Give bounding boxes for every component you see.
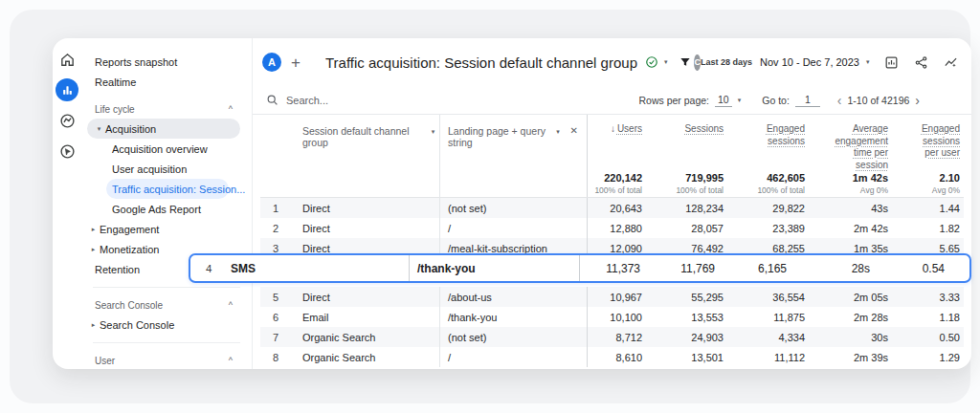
cell-engaged-sessions-per-user: 1.29 xyxy=(892,347,966,367)
table-row[interactable]: 1Direct(not set)20,643128,23429,82243s1.… xyxy=(260,198,964,218)
customize-report-icon[interactable] xyxy=(884,55,899,70)
sidebar-item-engagement[interactable]: ▸ Engagement xyxy=(81,219,252,239)
ga4-screenshot: Reports snapshot Realtime Life cycle ^ ▾… xyxy=(0,0,980,413)
rows-per-page-select[interactable]: 10 xyxy=(715,94,732,107)
collapse-icon[interactable]: ^ xyxy=(229,104,233,114)
icon-rail xyxy=(53,38,81,369)
cell-row-number: 8 xyxy=(260,347,291,367)
sidebar-item-label: Acquisition overview xyxy=(112,143,208,155)
caret-down-icon[interactable]: ▾ xyxy=(738,97,742,104)
dimension-label: Landing page + query string xyxy=(448,125,546,148)
metric-label: Average engagement time per session xyxy=(835,123,888,170)
highlighted-table-row[interactable]: 4 SMS /thank-you 11,373 11,769 6,165 28s… xyxy=(189,253,971,283)
totals-spacer xyxy=(439,169,588,197)
explore-icon[interactable] xyxy=(56,109,78,132)
metric-header-engaged-sessions-per-user[interactable]: Engaged sessions per user xyxy=(892,115,966,171)
date-range-picker[interactable]: Nov 10 - Dec 7, 2023 xyxy=(760,56,859,68)
date-caret-icon[interactable]: ▾ xyxy=(866,58,870,66)
caret-right-icon[interactable]: ▸ xyxy=(87,321,100,329)
add-tab-button[interactable]: + xyxy=(291,54,301,71)
sidebar-item-label: Engagement xyxy=(100,224,159,235)
sidebar-item-acquisition[interactable]: ▾ Acquisition xyxy=(87,119,240,139)
cell-avg-engagement-time: 2m 05s xyxy=(809,287,892,307)
cell-channel: Organic Search xyxy=(291,327,439,347)
primary-dimension-header[interactable]: Session default channel group ▾ xyxy=(291,115,439,171)
sidebar-item-label: Search Console xyxy=(100,319,174,331)
sidebar-item-label: Realtime xyxy=(95,76,136,88)
account-avatar[interactable]: A xyxy=(262,53,281,72)
pagination-range: 1-10 of 42196 xyxy=(848,95,910,106)
secondary-dimension-header[interactable]: Landing page + query string ▾ ✕ xyxy=(439,115,588,171)
cell-sessions: 55,295 xyxy=(646,287,727,307)
cell-engaged-sessions: 6,165 xyxy=(715,262,787,275)
metric-header-users[interactable]: ↓Users xyxy=(588,115,646,171)
cell-engaged-sessions-per-user: 0.54 xyxy=(870,262,945,275)
cell-landing-page: (not set) xyxy=(439,327,588,347)
sidebar-item-reports-snapshot[interactable]: Reports snapshot xyxy=(81,52,252,72)
reports-icon[interactable] xyxy=(56,78,78,101)
cell-avg-engagement-time: 28s xyxy=(787,262,870,275)
table-row[interactable]: 5Direct/about-us10,96755,29536,5542m 05s… xyxy=(260,287,964,307)
sidebar-section-user[interactable]: User ^ xyxy=(81,351,252,369)
cell-engaged-sessions: 29,822 xyxy=(727,198,809,218)
metric-label: Engaged sessions xyxy=(767,123,805,146)
totals-users: 220,142100% of total xyxy=(588,169,646,197)
table-row[interactable]: 7Organic Search(not set)8,71224,9034,334… xyxy=(260,327,964,347)
advertising-icon[interactable] xyxy=(56,140,78,163)
totals-engaged-sessions-per-user: 2.10Avg 0% xyxy=(892,169,966,197)
analytics-window: Reports snapshot Realtime Life cycle ^ ▾… xyxy=(53,38,971,369)
cell-engaged-sessions: 23,389 xyxy=(727,218,809,238)
collapse-icon[interactable]: ^ xyxy=(229,300,233,310)
sidebar-item-acquisition-overview[interactable]: Acquisition overview xyxy=(81,139,252,159)
highlight-metric-cells: 11,373 11,769 6,165 28s 0.54 xyxy=(579,255,969,281)
cell-avg-engagement-time: 2m 42s xyxy=(809,218,892,238)
previous-page-icon[interactable]: ‹ xyxy=(837,93,842,108)
insights-icon[interactable] xyxy=(944,55,958,70)
section-label: Life cycle xyxy=(95,104,135,115)
caret-right-icon[interactable]: ▸ xyxy=(87,246,100,253)
cell-users: 10,967 xyxy=(588,287,646,307)
main-content: A + Traffic acquisition: Session default… xyxy=(252,38,971,369)
table-row[interactable]: 6Email/thank-you10,10013,55311,8752m 28s… xyxy=(260,307,964,327)
close-icon[interactable]: ✕ xyxy=(570,125,578,136)
share-icon[interactable] xyxy=(914,55,928,70)
cell-landing-page: /about-us xyxy=(439,287,588,307)
title-caret-icon[interactable]: ▾ xyxy=(664,58,668,66)
table-row[interactable]: 8Organic Search/8,61013,50111,1122m 39s1… xyxy=(260,347,964,367)
goto-input[interactable]: 1 xyxy=(795,94,820,107)
sidebar-section-search-console[interactable]: Search Console ^ xyxy=(81,295,252,315)
metric-header-avg-engagement-time[interactable]: Average engagement time per session xyxy=(809,115,892,171)
cell-users: 8,712 xyxy=(588,327,646,347)
caret-right-icon[interactable]: ▸ xyxy=(87,226,100,233)
collapse-icon[interactable]: ^ xyxy=(229,356,233,365)
saved-check-icon xyxy=(645,55,658,69)
metric-header-sessions[interactable]: Sessions xyxy=(646,115,727,171)
table-row[interactable]: 2Direct/12,88028,05723,3892m 42s1.82 xyxy=(260,218,964,238)
cell-channel: Direct xyxy=(291,198,439,218)
search-input[interactable] xyxy=(286,95,458,106)
cell-channel: Direct xyxy=(291,287,439,307)
filter-icon[interactable] xyxy=(679,55,692,69)
sidebar-section-life-cycle[interactable]: Life cycle ^ xyxy=(81,99,252,119)
totals-engaged-sessions: 462,605100% of total xyxy=(727,169,809,197)
sidebar-item-realtime[interactable]: Realtime xyxy=(81,72,252,92)
home-icon[interactable] xyxy=(56,48,78,71)
sidebar-item-google-ads-report[interactable]: Google Ads Report xyxy=(81,199,252,219)
caret-down-icon[interactable]: ▾ xyxy=(552,125,565,136)
totals-avg-engagement-time: 1m 42sAvg 0% xyxy=(809,169,892,197)
sidebar-item-user-acquisition[interactable]: User acquisition xyxy=(81,159,252,179)
cell-sessions: 11,769 xyxy=(640,262,715,275)
caret-down-icon[interactable]: ▾ xyxy=(93,125,105,133)
sidebar-item-traffic-acquisition[interactable]: Traffic acquisition: Session... xyxy=(106,179,229,199)
sidebar-item-search-console[interactable]: ▸ Search Console xyxy=(81,315,252,335)
caret-down-icon[interactable]: ▾ xyxy=(427,125,439,136)
cell-sessions: 28,057 xyxy=(646,218,727,238)
metric-label: Engaged sessions per user xyxy=(922,123,960,158)
metric-label: Users xyxy=(617,123,642,134)
next-page-icon[interactable]: › xyxy=(915,93,920,108)
sidebar-item-label: Traffic acquisition: Session... xyxy=(112,184,245,195)
search-icon xyxy=(266,94,278,106)
section-label: Search Console xyxy=(95,300,163,311)
table-totals-row: 220,142100% of total 719,995100% of tota… xyxy=(260,169,964,198)
metric-header-engaged-sessions[interactable]: Engaged sessions xyxy=(727,115,809,171)
